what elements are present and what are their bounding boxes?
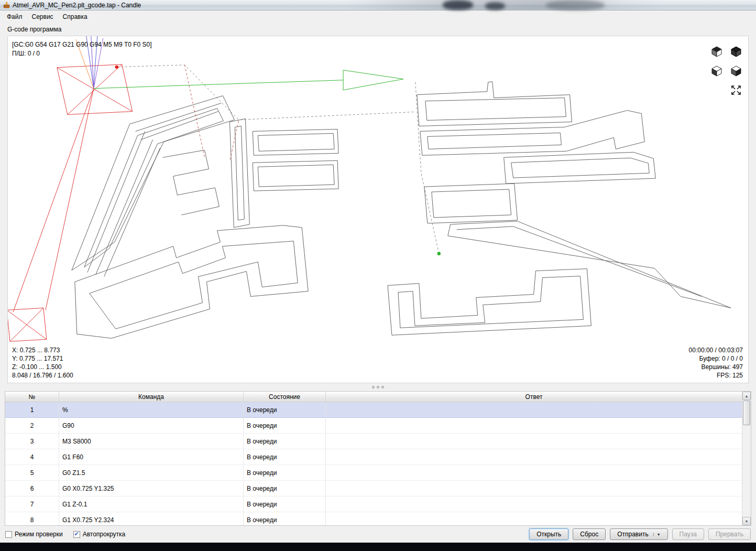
pause-button-label: Пауза [680,531,697,538]
open-button[interactable]: Открыть [529,528,568,540]
table-row[interactable]: 2 G90 В очереди [5,418,742,434]
table-body: 1 % В очереди 2 G90 В очереди 3 M3 S8000… [5,402,742,525]
menu-file[interactable]: Файл [2,11,27,23]
header-response: Ответ [326,392,742,402]
cell-num: 8 [5,512,59,525]
cell-response [326,496,742,512]
cube-solid-icon [730,45,742,58]
cell-state: В очереди [244,465,326,480]
cell-num: 4 [5,449,59,464]
cell-state: В очереди [244,449,326,464]
cell-state: В очереди [244,402,326,417]
view-top-button[interactable] [729,45,743,58]
cell-num: 2 [5,418,59,433]
view-front-button[interactable] [710,64,724,78]
header-state: Состояние [244,392,326,402]
cell-command: M3 S8000 [59,434,244,449]
table-scrollbar[interactable]: ▲ ▼ [742,392,751,525]
toolpath-drawing [8,36,748,383]
scrollbar-thumb[interactable] [743,401,750,425]
cube-top-face-icon [730,64,742,77]
header-num: № [5,392,59,402]
cell-response [326,449,742,464]
cell-command: G1 F60 [59,449,244,464]
rapid-move-dashed-lines [117,65,439,254]
abort-button[interactable]: Прервать [708,528,751,540]
app-icon [3,2,10,8]
splitter-handle[interactable] [0,383,756,391]
gcode-command-table: № Команда Состояние Ответ 1 % В очереди … [5,391,751,526]
checkbox-checked-icon [73,531,80,538]
cell-num: 5 [5,465,59,480]
table-row[interactable]: 4 G1 F60 В очереди [5,449,742,465]
check-mode-checkbox[interactable]: Режим проверки [5,531,63,538]
dropdown-caret-icon: ▼ [653,533,661,536]
cell-state: В очереди [244,418,326,433]
cell-command: G0 Z1.5 [59,465,244,480]
table-row[interactable]: 8 G1 X0.725 Y2.324 В очереди [5,512,742,525]
send-button[interactable]: Отправить ▼ [610,528,667,540]
screen-artifact [546,0,605,10]
stats-block: 00:00:00 / 00:03:07 Буфер: 0 / 0 / 0 Вер… [689,346,743,380]
rapid-traverse-lines [8,64,133,341]
cell-response [326,512,742,525]
menu-bar: Файл Сервис Справка [0,10,756,23]
scrollbar-up-arrow[interactable]: ▲ [742,392,751,400]
table-row[interactable]: 1 % В очереди [5,402,742,418]
cell-response [326,418,742,433]
candle-app-window: { "window": { "title": "Atmel_AVR_MC_Pen… [0,0,756,551]
cell-command: % [59,402,244,417]
cell-command: G0 X0.725 Y1.325 [59,481,244,496]
bounds-size: 8.048 / 16.796 / 1.600 [12,371,73,380]
header-command: Команда [59,392,244,402]
cell-state: В очереди [244,481,326,496]
cell-response [326,481,742,496]
table-row[interactable]: 7 G1 Z-0.1 В очереди [5,496,742,512]
steps-counter-text: П/Ш: 0 / 0 [12,49,152,58]
reset-button[interactable]: Сброс [573,528,606,540]
table-row[interactable]: 6 G0 X0.725 Y1.325 В очереди [5,481,742,496]
bounds-y: Y: 0.775 ... 17.571 [12,354,73,363]
parser-state-text: [GC:G0 G54 G17 G21 G90 G94 M5 M9 T0 F0 S… [12,40,152,49]
checkbox-unchecked-icon [5,531,12,538]
cell-num: 1 [5,402,59,417]
pause-button[interactable]: Пауза [672,528,704,540]
view-isometric-button[interactable] [710,45,724,58]
screen-artifact [485,2,505,10]
stats-buffer: Буфер: 0 / 0 / 0 [689,354,743,363]
send-button-label: Отправить [617,531,649,538]
menu-service[interactable]: Сервис [27,11,58,23]
menu-help[interactable]: Справка [58,11,92,23]
table-row[interactable]: 3 M3 S8000 В очереди [5,434,742,449]
check-mode-label: Режим проверки [15,531,63,538]
cube-front-face-icon [710,64,723,77]
cell-response [326,465,742,480]
cell-state: В очереди [244,434,326,449]
toolpath-visualizer-canvas[interactable]: [GC:G0 G54 G17 G21 G90 G94 M5 M9 T0 F0 S… [7,36,749,383]
fit-view-button[interactable] [729,83,743,97]
cell-num: 7 [5,496,59,512]
stats-vertices: Вершины: 497 [689,363,743,371]
cell-state: В очереди [244,512,326,525]
cell-num: 6 [5,481,59,496]
cube-isometric-icon [710,45,723,58]
bounds-z: Z: -0.100 ... 1.500 [12,363,73,371]
toolpath-lines-left [72,96,338,339]
window-titlebar: Atmel_AVR_MC_Pen2.plt_gcode.tap - Candle [0,0,756,10]
autoscroll-label: Автопрокрутка [83,531,125,538]
splitter-dot [381,386,384,388]
autoscroll-checkbox[interactable]: Автопрокрутка [73,531,125,538]
table-row[interactable]: 5 G0 Z1.5 В очереди [5,465,742,481]
view-buttons-panel [710,45,743,97]
splitter-dot [377,386,379,388]
expand-arrows-icon [730,84,742,96]
table-header: № Команда Состояние Ответ [5,392,742,402]
current-point-dot [437,252,441,255]
view-left-button[interactable] [729,64,743,78]
parser-state-block: [GC:G0 G54 G17 G21 G90 G94 M5 M9 T0 F0 S… [12,40,152,58]
cell-response [326,402,742,417]
gcode-program-group-title: G-code программа [7,26,61,33]
stats-fps: FPS: 125 [689,371,743,380]
scrollbar-down-arrow[interactable]: ▼ [742,517,751,525]
cell-num: 3 [5,434,59,449]
